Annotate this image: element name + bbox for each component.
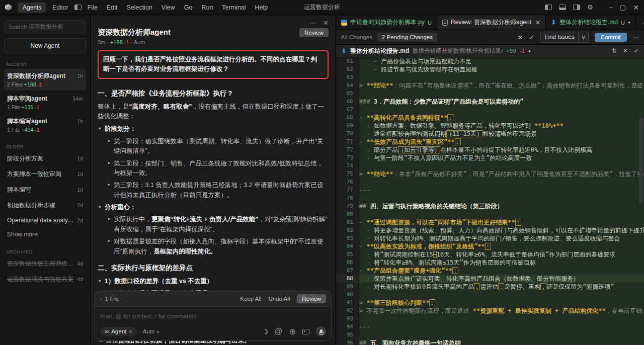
diff-file-name[interactable]: 整体分析结论报告.md: [350, 47, 409, 55]
review-button[interactable]: Review: [297, 294, 326, 303]
show-more-button[interactable]: Show more: [4, 228, 86, 241]
editor-line[interactable]: 88 - 保留并重点推广证实可卖、转化率高的产品组合（如数据类、部分智能服务）: [336, 275, 644, 283]
editor-line[interactable]: 94---: [336, 323, 644, 331]
attach-image-icon[interactable]: [302, 329, 309, 334]
sidebar-agent-item[interactable]: Operational data analysis ...2d: [4, 214, 86, 227]
sidebar-agent-item[interactable]: 脚本审阅agent54m1 File +135 -1: [4, 92, 86, 113]
expand-files-chevron-icon[interactable]: ›: [100, 296, 102, 302]
chat-more-icon[interactable]: ⋯: [309, 19, 316, 27]
menu-item-terminal[interactable]: Terminal: [222, 4, 246, 11]
editor-line[interactable]: 78: [336, 194, 644, 202]
all-changes-tab[interactable]: All Changes: [341, 34, 372, 40]
sidebar-agent-item[interactable]: 方案脚本一致性审阅1d: [4, 167, 86, 182]
editor-line[interactable]: 74: [336, 162, 644, 170]
editor-tab[interactable]: Review: 资深数据分析师agent✕: [437, 15, 546, 30]
editor-tab[interactable]: ⬇整体分析结论报告.mdU●: [546, 15, 636, 30]
sidebar-agent-item[interactable]: 初始数据分析步骤2d: [4, 198, 86, 213]
code-editor[interactable]: 61 - 产品价值表达与场景匹配能力不足62 - 跟进节奏与优先级管理存在明显短…: [336, 57, 644, 345]
scrollbar-thumb[interactable]: [639, 118, 643, 203]
commit-button[interactable]: Commit: [595, 33, 627, 42]
new-agent-button[interactable]: New Agent: [4, 38, 86, 53]
sidebar-agent-item[interactable]: 阶段分析方案1d: [4, 151, 86, 166]
editor-line[interactable]: 63: [336, 73, 644, 81]
sidebar-agent-item[interactable]: 资深数据脱敏工程师提示词4d: [4, 256, 86, 271]
sidebar-agent-item[interactable]: 脚本编写agent1h1 File +494 -1: [4, 114, 86, 136]
menu-item-help[interactable]: Help: [255, 4, 268, 11]
editor-line[interactable]: 90: [336, 291, 644, 299]
editor-line[interactable]: 93: [336, 315, 644, 323]
editor-line[interactable]: 62 - 跟进节奏与优先级管理存在明显短板: [336, 65, 644, 73]
editor-line[interactable]: 75> **结论**：并非“所有产品都不好卖”，而是“产品结构中混入了明显低效甚…: [336, 170, 644, 178]
model-auto-dropdown[interactable]: Auto ∨: [143, 328, 159, 334]
editor-line[interactable]: 76: [336, 178, 644, 186]
review-more-icon[interactable]: ⋯: [633, 34, 639, 41]
editor-line[interactable]: 71- **低效产品成为流失“重灾区”**：: [336, 138, 644, 146]
chat-review-button[interactable]: Review: [299, 28, 329, 37]
editor-line[interactable]: 77---: [336, 186, 644, 194]
accept-diff-icon[interactable]: ✓: [634, 47, 639, 54]
toggle-right-panel-icon[interactable]: [573, 5, 580, 10]
toggle-bottom-panel-icon[interactable]: [559, 5, 566, 10]
menu-item-run[interactable]: Run: [201, 4, 213, 11]
files-count-label[interactable]: 1 File: [105, 296, 119, 302]
agents-mode-button[interactable]: Agents: [18, 3, 46, 13]
chat-prompt-input[interactable]: [100, 313, 326, 320]
editor-line[interactable]: 64> **结论**：问题不在“市场整体没需求”，而在“谁在做、怎么做”；高效销…: [336, 81, 644, 90]
reject-all-icon[interactable]: ✕: [518, 34, 523, 41]
pending-changes-tab[interactable]: 2 Pending Changes: [377, 33, 437, 42]
scrollbar[interactable]: [639, 57, 643, 345]
editor-line[interactable]: 72 - 部分产品（如云引擎等）在样本量不小的前提下转化率趋近0%，且不接入比例…: [336, 146, 644, 154]
editor-line[interactable]: 68- **高转化产品具备共同特征**：: [336, 114, 644, 122]
agent-mode-dropdown[interactable]: ∞ Agent ∨: [100, 327, 137, 336]
editor-line[interactable]: 87- **产品组合需要“瘦身+强化”**：: [336, 267, 644, 275]
editor-line[interactable]: 65: [336, 90, 644, 98]
editor-line[interactable]: 69 - 如数据方案、数据引擎、智能服务等产品，转化率可以达到 **10%+**: [336, 122, 644, 130]
undo-all-button[interactable]: Undo All: [268, 296, 290, 302]
chat-close-icon[interactable]: ✕: [323, 19, 329, 27]
menu-item-edit[interactable]: Edit: [107, 4, 118, 11]
mention-icon[interactable]: @: [274, 327, 282, 336]
editor-tab[interactable]: 申请量时间趋势分析脚本.pyU: [336, 15, 437, 30]
editor-line[interactable]: 83 - 对转化率长期为0%、测试周期远高于平均的部门/销售，要么强制改进、要么…: [336, 234, 644, 242]
expand-diff-icon[interactable]: ⇅: [612, 47, 617, 54]
editor-line[interactable]: 89 - 对长期转化率接近0且流失率高的产品，需评估：是暂停、重构，还是仅保留为…: [336, 283, 644, 291]
close-tab-icon[interactable]: ✕: [535, 19, 540, 26]
editor-line[interactable]: 80: [336, 210, 644, 218]
editor-line[interactable]: 79## 四、运营与执行策略视角的关键结论（第三阶段）: [336, 202, 644, 210]
editor-line[interactable]: 81- **通过调配资源，可以在“同样市场”下做出更好结果**：: [336, 218, 644, 226]
accept-all-icon[interactable]: ✓: [529, 34, 534, 41]
window-maximize-button[interactable]: ▢: [620, 4, 626, 11]
menu-item-view[interactable]: View: [162, 4, 175, 11]
toggle-sidebar-icon[interactable]: [74, 5, 82, 10]
menu-item-file[interactable]: File: [88, 4, 98, 11]
editor-mode-button[interactable]: Editor: [52, 4, 68, 11]
editor-line[interactable]: 96## 五、面向业务方的最终一句话总结: [336, 339, 644, 345]
globe-icon[interactable]: ⊕: [289, 327, 296, 336]
editor-line[interactable]: 82 - 将更多增量资源（线索、预算、人力）向高效部门与高效销售倾斜，可以在不扩…: [336, 226, 644, 234]
tab-overflow-icon[interactable]: ⋯: [636, 15, 644, 30]
microphone-button[interactable]: [316, 326, 326, 336]
editor-line[interactable]: 91> **第三阶段核心判断**：: [336, 299, 644, 307]
editor-line[interactable]: 61 - 产品价值表达与场景匹配能力不足: [336, 57, 644, 65]
sidebar-agent-item[interactable]: 资深数据分析师agent1h2 Files +188 -1: [4, 69, 86, 91]
window-minimize-button[interactable]: –: [609, 4, 613, 11]
close-diff-icon[interactable]: ✕: [623, 47, 628, 54]
settings-gear-icon[interactable]: ⚙: [587, 4, 593, 11]
sidebar-agent-item[interactable]: 脚本编写1d: [4, 183, 86, 197]
menu-item-selection[interactable]: Selection: [126, 4, 152, 11]
editor-line[interactable]: 85 - 将“测试周期控制在15–16天、转化率≥6%、流失率低于整体均值”作为…: [336, 250, 644, 258]
toggle-left-panel-icon[interactable]: [545, 5, 552, 10]
editor-line[interactable]: 95: [336, 331, 644, 339]
sidebar-agent-item[interactable]: 运营数据清洗与脱敏方案4d: [4, 272, 86, 287]
editor-line[interactable]: 86 - 将“转化率≥8%、测试周期≤15天”作为销售层面的可借鉴目标: [336, 258, 644, 267]
menu-item-go[interactable]: Go: [184, 4, 193, 11]
editor-line[interactable]: 70 - 通常搭配较合理的测试周期（11–15天）和较清晰的应用场景: [336, 130, 644, 138]
keep-all-button[interactable]: Keep All: [240, 296, 261, 302]
window-close-button[interactable]: ✕: [633, 4, 639, 12]
editor-line[interactable]: 73 - 与第一阶段“不接入原因以产品力不足为主”的结论高度一致: [336, 154, 644, 162]
editor-line[interactable]: 84- **以高效实践为标准，倒推组织“及格线”**：: [336, 242, 644, 250]
editor-line[interactable]: 67: [336, 106, 644, 114]
editor-line[interactable]: 92> 不需要一次性推翻现有流程，而是通过 **资源重配 + 最佳实践复制 + …: [336, 307, 644, 315]
editor-line[interactable]: 66### 3．产品效能：少数产品证明“产品组合是可以卖得动的”: [336, 98, 644, 106]
search-input[interactable]: [4, 20, 86, 33]
